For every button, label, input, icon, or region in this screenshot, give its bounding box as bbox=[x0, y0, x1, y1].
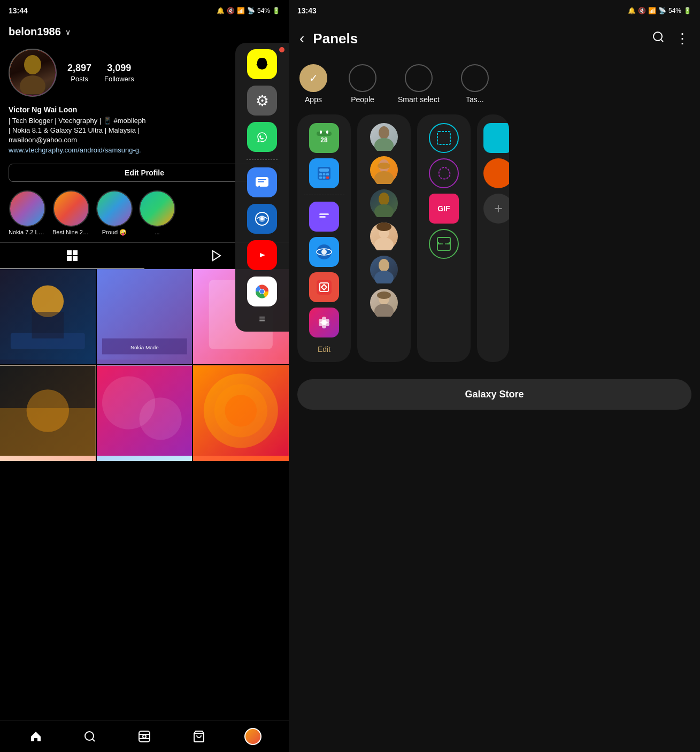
highlight-item[interactable]: Proud 🤪 bbox=[96, 190, 133, 236]
tab-tasks[interactable]: Tas... bbox=[461, 64, 489, 104]
highlight-circle-1 bbox=[9, 190, 45, 227]
flower-panel-icon[interactable] bbox=[309, 308, 339, 337]
svg-line-47 bbox=[661, 40, 663, 42]
edge-panel: ⚙ bbox=[235, 43, 289, 332]
panels-actions: ⋮ bbox=[652, 30, 689, 47]
tab-apps-circle: ✓ bbox=[299, 64, 327, 92]
orbit-app-icon[interactable] bbox=[247, 204, 277, 234]
highlight-circle-3 bbox=[96, 190, 133, 227]
tab-apps[interactable]: ✓ Apps bbox=[299, 64, 327, 104]
svg-rect-60 bbox=[326, 177, 329, 179]
svg-rect-51 bbox=[326, 131, 328, 134]
highlight-circle-2 bbox=[53, 190, 89, 227]
signal-icon: 📡 bbox=[247, 7, 255, 14]
capture-panel-icon[interactable] bbox=[309, 272, 339, 302]
nav-reels[interactable] bbox=[133, 725, 156, 748]
highlight-item[interactable]: ... bbox=[139, 190, 175, 236]
rectangle-select-icon[interactable] bbox=[429, 123, 459, 153]
ig-dropdown-icon[interactable]: ∨ bbox=[65, 28, 71, 36]
chrome-app-icon[interactable] bbox=[247, 277, 277, 306]
svg-point-1 bbox=[20, 75, 45, 94]
youtube-app-icon[interactable] bbox=[247, 240, 277, 270]
battery-left: 54% bbox=[257, 7, 270, 14]
grid-item-1[interactable] bbox=[0, 269, 96, 365]
highlight-circle-4 bbox=[139, 190, 175, 227]
tasks-icon-1[interactable] bbox=[483, 123, 509, 153]
person-avatar-1[interactable] bbox=[370, 123, 398, 151]
back-button[interactable]: ‹ bbox=[299, 30, 304, 47]
svg-rect-41 bbox=[139, 731, 150, 742]
svg-point-83 bbox=[374, 171, 394, 184]
svg-rect-29 bbox=[258, 181, 264, 182]
svg-rect-28 bbox=[258, 179, 266, 180]
bio-link: www.vtechgraphy.com/android/samsung-g. bbox=[9, 146, 141, 154]
left-status-bar: 13:44 🔔 🔇 📶 📡 54% 🔋 bbox=[0, 0, 289, 21]
nav-shop[interactable] bbox=[187, 725, 211, 748]
grid-item-6[interactable] bbox=[193, 365, 289, 461]
messages-panel-icon[interactable] bbox=[309, 202, 339, 232]
grid-item-2[interactable]: Nokia Made bbox=[97, 269, 193, 365]
menu-button[interactable]: ⋮ bbox=[675, 30, 689, 47]
right-status-icons: 🔔 🔇 📶 📡 54% 🔋 bbox=[628, 7, 691, 14]
highlight-item[interactable]: Nokia 7.2 Lau... bbox=[9, 190, 46, 236]
whatsapp-app-icon[interactable] bbox=[247, 122, 277, 152]
calculator-app-icon[interactable] bbox=[309, 158, 339, 188]
left-status-icons: 🔔 🔇 📶 📡 54% 🔋 bbox=[217, 7, 280, 14]
edge-panel-handle[interactable]: ≡ bbox=[259, 313, 265, 325]
nav-search[interactable] bbox=[78, 725, 102, 748]
alarm-icon-r: 🔔 bbox=[628, 7, 636, 14]
svg-rect-10 bbox=[32, 312, 64, 339]
person-avatar-4[interactable] bbox=[370, 222, 398, 250]
svg-point-67 bbox=[321, 249, 327, 255]
checkmark-icon: ✓ bbox=[309, 72, 318, 85]
tab-people[interactable]: People bbox=[349, 64, 376, 104]
svg-point-82 bbox=[378, 163, 390, 169]
edit-apps-button[interactable]: Edit bbox=[304, 345, 344, 354]
nav-profile[interactable] bbox=[241, 725, 265, 748]
galaxy-store-button[interactable]: Galaxy Store bbox=[297, 379, 691, 410]
grid-item-4[interactable] bbox=[0, 365, 96, 461]
svg-point-33 bbox=[260, 217, 264, 220]
svg-rect-50 bbox=[320, 131, 322, 134]
screen-expand-icon[interactable] bbox=[429, 229, 459, 259]
instagram-panel: 13:44 🔔 🔇 📶 📡 54% 🔋 belon1986 ∨ 2,897 bbox=[0, 0, 289, 752]
orbit-panel-icon[interactable] bbox=[309, 237, 339, 267]
svg-point-89 bbox=[379, 259, 389, 272]
tab-grid[interactable] bbox=[0, 243, 144, 269]
battery-right: 54% bbox=[668, 7, 681, 14]
svg-rect-57 bbox=[326, 173, 329, 175]
svg-point-88 bbox=[374, 237, 394, 250]
messages-app-icon[interactable] bbox=[247, 167, 277, 197]
ig-header: belon1986 ∨ bbox=[0, 21, 289, 42]
snapchat-app-icon[interactable] bbox=[247, 49, 277, 79]
tab-smart-select[interactable]: Smart select bbox=[398, 64, 440, 104]
tasks-icon-2[interactable] bbox=[483, 158, 509, 188]
svg-point-21 bbox=[139, 398, 181, 440]
grid-item-5[interactable] bbox=[97, 365, 193, 461]
svg-marker-64 bbox=[319, 220, 322, 223]
ig-username: belon1986 bbox=[9, 26, 61, 38]
person-avatar-2[interactable] bbox=[370, 156, 398, 184]
svg-rect-94 bbox=[437, 132, 450, 144]
person-avatar-3[interactable] bbox=[370, 189, 398, 217]
svg-marker-6 bbox=[213, 251, 220, 260]
highlight-item[interactable]: Best Nine 2018 bbox=[52, 190, 90, 236]
person-avatar-6[interactable] bbox=[370, 289, 398, 317]
svg-rect-59 bbox=[323, 177, 326, 179]
calendar-app-icon[interactable]: 28 bbox=[309, 123, 339, 153]
freeform-select-icon[interactable] bbox=[429, 158, 459, 188]
highlight-label-1: Nokia 7.2 Lau... bbox=[9, 229, 46, 235]
tab-people-label: People bbox=[351, 95, 374, 104]
search-button[interactable] bbox=[652, 30, 665, 47]
person-avatar-5[interactable] bbox=[370, 256, 398, 283]
gif-capture-icon[interactable]: GIF bbox=[429, 194, 459, 224]
tasks-panel-card: + bbox=[477, 114, 509, 362]
svg-rect-2 bbox=[67, 250, 72, 255]
settings-app-icon[interactable]: ⚙ bbox=[247, 86, 277, 116]
add-panel-button[interactable]: + bbox=[483, 194, 509, 224]
posts-label: Posts bbox=[71, 75, 88, 83]
svg-rect-55 bbox=[319, 173, 322, 175]
posts-stat: 2,897 Posts bbox=[67, 63, 91, 83]
nav-home[interactable] bbox=[24, 725, 48, 748]
panels-screen: 13:43 🔔 🔇 📶 📡 54% 🔋 ‹ Panels ⋮ ✓ bbox=[289, 0, 700, 752]
